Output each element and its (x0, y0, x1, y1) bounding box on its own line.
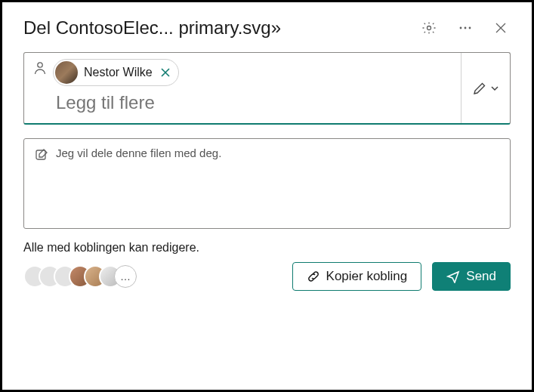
more-button[interactable] (455, 17, 476, 39)
close-icon (494, 21, 508, 35)
chevron-down-icon (490, 84, 499, 93)
compose-icon (35, 148, 48, 165)
recipients-main: Nestor Wilke (53, 53, 461, 123)
link-icon (307, 270, 320, 283)
message-field[interactable] (23, 138, 511, 229)
remove-recipient-button[interactable] (159, 66, 172, 79)
close-icon (160, 67, 171, 78)
add-recipient-input[interactable] (53, 91, 455, 115)
send-button[interactable]: Send (432, 262, 511, 291)
dialog-header: Del ContosoElec... primary.svg» (23, 17, 511, 39)
gear-icon (421, 20, 437, 35)
close-button[interactable] (491, 18, 511, 38)
dialog-footer: Alle med koblingen kan redigere. … Kopie… (23, 241, 511, 291)
recipient-name: Nestor Wilke (84, 66, 153, 79)
send-icon (446, 270, 460, 283)
avatar (55, 61, 78, 84)
recipients-field[interactable]: Nestor Wilke (23, 52, 511, 125)
svg-point-1 (460, 27, 462, 29)
more-icon (458, 20, 473, 35)
svg-point-3 (469, 27, 471, 29)
recipients-icon-wrap (24, 53, 53, 123)
copy-link-button[interactable]: Kopier kobling (292, 262, 422, 291)
more-people-button[interactable]: … (114, 265, 137, 288)
link-permission-label: Alle med koblingen kan redigere. (23, 241, 511, 255)
shared-with-facepile[interactable]: … (23, 265, 137, 288)
copy-link-label: Kopier kobling (326, 269, 408, 284)
person-icon (33, 60, 47, 76)
header-actions (418, 17, 511, 39)
pencil-icon (472, 81, 487, 96)
svg-point-0 (428, 26, 431, 30)
recipient-chip[interactable]: Nestor Wilke (53, 59, 179, 86)
settings-button[interactable] (418, 17, 440, 39)
svg-point-2 (465, 27, 467, 29)
send-label: Send (466, 269, 496, 284)
dialog-title: Del ContosoElec... primary.svg» (23, 17, 281, 39)
footer-actions: Kopier kobling Send (292, 262, 511, 291)
message-input[interactable] (56, 147, 499, 198)
footer-row: … Kopier kobling Send (23, 262, 511, 291)
svg-point-4 (38, 63, 42, 67)
permission-selector[interactable] (461, 53, 510, 123)
